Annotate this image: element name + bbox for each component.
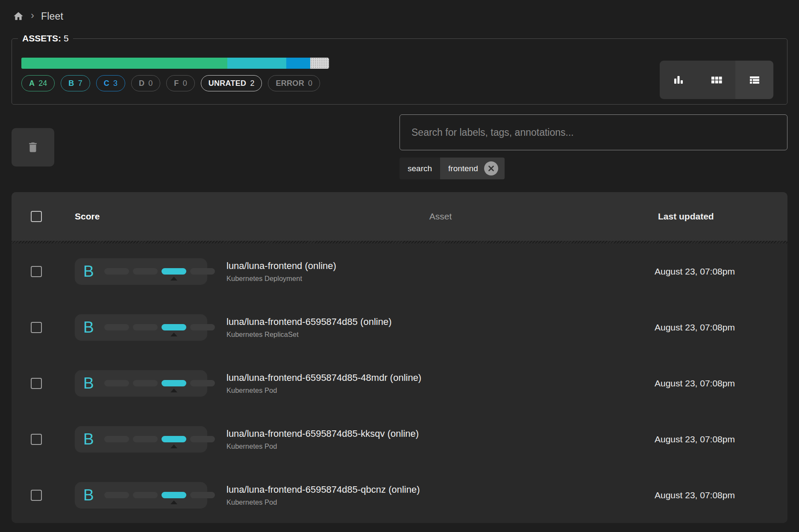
last-updated-value: August 23, 07:08pm: [655, 490, 735, 500]
grade-badge-c-count: 3: [113, 79, 118, 88]
assets-count: 5: [64, 33, 69, 43]
assets-panel: ASSETS:5 A 24 B 7 C 3 D 0 F 0 UNRATED 2: [12, 33, 787, 105]
list-view-icon: [748, 73, 761, 86]
close-circle-icon[interactable]: [484, 161, 498, 175]
breadcrumb-separator: ›: [31, 10, 34, 22]
grade-badge-a-count: 24: [38, 79, 47, 88]
score-badge: B: [75, 426, 207, 453]
grade-badge-error-label: ERROR: [276, 79, 304, 88]
asset-name-link[interactable]: luna/luna-frontend-6595874d85-48mdr (onl…: [226, 372, 655, 383]
asset-type: Kubernetes Pod: [226, 386, 655, 395]
score-pill: [133, 492, 158, 498]
grade-badge-b-label: B: [68, 79, 74, 88]
score-pill: [190, 380, 215, 386]
delete-selected-button[interactable]: [12, 128, 54, 167]
breadcrumb: › Fleet: [13, 10, 63, 22]
grade-badge-d-label: D: [139, 79, 144, 88]
asset-type: Kubernetes ReplicaSet: [226, 330, 655, 339]
list-view-button[interactable]: [735, 61, 773, 99]
grade-badge-a[interactable]: A 24: [21, 75, 55, 91]
grade-badge-error-count: 0: [308, 79, 312, 88]
score-pill: [190, 324, 215, 330]
grade-badge-error[interactable]: ERROR 0: [268, 75, 320, 91]
asset-type: Kubernetes Pod: [226, 498, 655, 506]
row-checkbox[interactable]: [31, 266, 42, 277]
score-range-pills: [104, 380, 215, 386]
score-pill: [190, 268, 215, 275]
grade-badge-c[interactable]: C 3: [96, 75, 125, 91]
column-header-score: Score: [75, 211, 100, 222]
grade-filter-badges: A 24 B 7 C 3 D 0 F 0 UNRATED 2 ERROR 0: [21, 75, 320, 91]
grade-badge-d-count: 0: [148, 79, 153, 88]
row-checkbox[interactable]: [31, 434, 42, 445]
grid-view-button[interactable]: [698, 61, 736, 99]
assets-label: ASSETS:: [22, 33, 61, 43]
chart-view-button[interactable]: [660, 61, 698, 99]
table-header-row: Score Asset Last updated: [12, 192, 787, 241]
column-header-last-updated: Last updated: [655, 211, 714, 222]
grade-badge-b-count: 7: [78, 79, 82, 88]
score-pill-active: [162, 380, 186, 386]
score-pill: [133, 324, 158, 330]
search-input[interactable]: [400, 114, 787, 150]
row-checkbox[interactable]: [31, 378, 42, 389]
asset-name-link[interactable]: luna/luna-frontend-6595874d85-qbcnz (onl…: [226, 484, 655, 495]
score-badge: B: [75, 258, 207, 285]
score-grade-letter: B: [83, 374, 97, 392]
filter-chip-key: search: [400, 158, 440, 179]
search-filter-chip: search frontend: [400, 158, 505, 179]
row-checkbox[interactable]: [31, 322, 42, 333]
grade-badge-b[interactable]: B 7: [61, 75, 90, 91]
score-pill-active: [162, 324, 186, 330]
score-pill: [104, 380, 129, 386]
table-row[interactable]: B luna/luna-frontend-6595874d85 (online)…: [12, 299, 787, 355]
asset-name-link[interactable]: luna/luna-frontend-6595874d85-kksqv (onl…: [226, 428, 655, 439]
select-all-checkbox[interactable]: [31, 211, 42, 222]
view-toggle-group: [660, 61, 773, 99]
score-pill: [133, 380, 158, 386]
grade-badge-unrated[interactable]: UNRATED 2: [201, 75, 262, 91]
assets-panel-legend: ASSETS:5: [18, 33, 73, 44]
table-row[interactable]: B luna/luna-frontend-6595874d85-48mdr (o…: [12, 355, 787, 411]
score-badge: B: [75, 314, 207, 341]
grade-badge-unrated-label: UNRATED: [209, 79, 247, 88]
score-badge: B: [75, 482, 207, 509]
last-updated-value: August 23, 07:08pm: [655, 322, 735, 333]
score-pill: [104, 268, 129, 275]
asset-type: Kubernetes Pod: [226, 442, 655, 450]
row-checkbox[interactable]: [31, 490, 42, 501]
score-badge: B: [75, 370, 207, 397]
home-icon[interactable]: [13, 11, 24, 22]
grade-badge-unrated-count: 2: [250, 79, 254, 88]
asset-name-link[interactable]: luna/luna-frontend-6595874d85 (online): [226, 316, 655, 327]
asset-type: Kubernetes Deployment: [226, 275, 655, 283]
score-grade-letter: B: [83, 486, 97, 504]
score-pill-active: [162, 492, 186, 498]
breadcrumb-current-page: Fleet: [41, 11, 63, 22]
table-row[interactable]: B luna/luna-frontend (online) Kubernetes…: [12, 243, 787, 299]
grade-badge-c-label: C: [104, 79, 109, 88]
score-range-pills: [104, 268, 215, 275]
grade-badge-d[interactable]: D 0: [131, 75, 160, 91]
score-grade-letter: B: [83, 430, 97, 448]
asset-name-link[interactable]: luna/luna-frontend (online): [226, 260, 655, 272]
grade-badge-f[interactable]: F 0: [166, 75, 194, 91]
column-header-asset: Asset: [429, 211, 452, 222]
score-pill: [104, 436, 129, 442]
table-row[interactable]: B luna/luna-frontend-6595874d85-qbcnz (o…: [12, 467, 787, 523]
score-bar-segment-unrated: [310, 58, 329, 69]
score-range-pills: [104, 324, 215, 330]
table-row[interactable]: B luna/luna-frontend-6595874d85-kksqv (o…: [12, 411, 787, 467]
score-pill: [133, 436, 158, 442]
trash-icon: [26, 141, 39, 154]
grade-badge-f-label: F: [174, 79, 179, 88]
score-grade-letter: B: [83, 319, 97, 336]
bar-chart-icon: [672, 73, 685, 86]
score-bar-segment-a: [21, 58, 227, 69]
score-range-pills: [104, 436, 215, 442]
asset-table: Score Asset Last updated B luna/luna-fro…: [12, 192, 787, 523]
score-pill: [104, 492, 129, 498]
score-pill-active: [162, 436, 186, 442]
last-updated-value: August 23, 07:08pm: [655, 266, 735, 277]
score-range-pills: [104, 492, 215, 498]
